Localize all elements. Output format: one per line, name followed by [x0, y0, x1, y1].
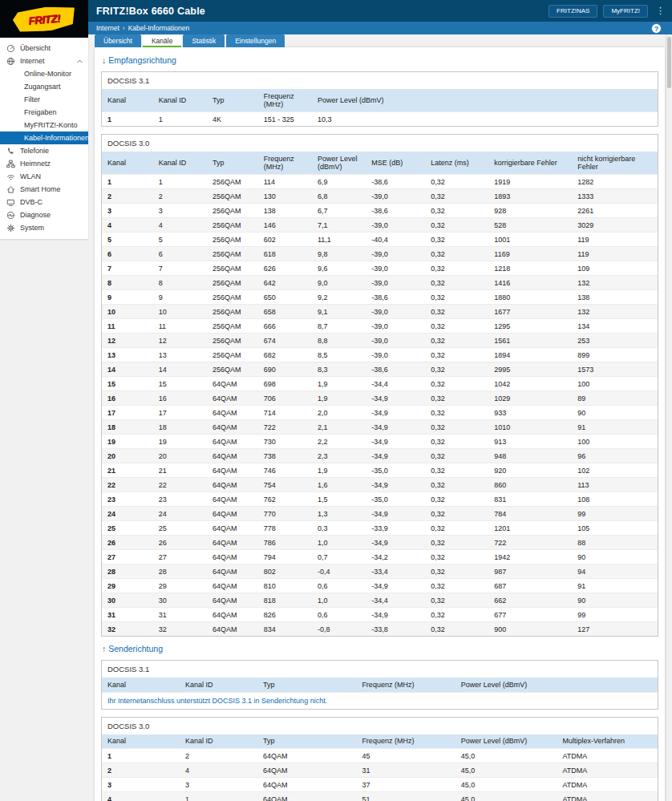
- kebab-menu-icon[interactable]: ⋮: [654, 6, 667, 15]
- table-cell: 10,3: [312, 112, 658, 127]
- table-row: 88256QAM6429,0-39,00,321416132: [102, 276, 658, 290]
- table-cell: 13: [102, 348, 153, 362]
- table-row: 191964QAM7302,2-34,90,32913100: [102, 435, 658, 449]
- breadcrumb-separator-icon: ›: [123, 24, 125, 32]
- table-cell: 1: [180, 792, 257, 801]
- sidebar-item-heimnetz[interactable]: Heimnetz: [0, 157, 88, 170]
- table-cell: 256QAM: [207, 305, 258, 319]
- sidebar-subitem-online-monitor[interactable]: Online-Monitor: [0, 67, 88, 80]
- table-cell: 64QAM: [207, 420, 258, 435]
- table-label: DOCSIS 3.1: [102, 72, 658, 89]
- sidebar-item-label: Telefonie: [20, 147, 49, 155]
- table-cell: 32: [153, 622, 207, 637]
- table-row: 171764QAM7142,0-34,90,3293390: [102, 406, 658, 420]
- table-cell: 0,32: [425, 550, 488, 564]
- scrollbar-thumb[interactable]: [667, 37, 671, 88]
- tab-einstellungen[interactable]: Einstellungen: [226, 34, 285, 47]
- sidebar-subitem-kabel-informationen[interactable]: Kabel-Informationen: [0, 131, 88, 144]
- table-cell: 37: [356, 778, 455, 792]
- table-cell: 9: [102, 290, 153, 305]
- sidebar-subitem-freigaben[interactable]: Freigaben: [0, 106, 88, 119]
- table-cell: 1: [102, 749, 180, 763]
- table-cell: 1282: [572, 175, 658, 189]
- globe-icon: [6, 57, 18, 66]
- sidebar-subitem-zugangsart[interactable]: Zugangsart: [0, 80, 88, 93]
- table-cell: 64QAM: [207, 478, 258, 492]
- table-cell: -0,8: [312, 622, 366, 637]
- column-header: korrigierbare Fehler: [488, 152, 572, 175]
- scrollbar[interactable]: [666, 34, 672, 801]
- fritz-logo[interactable]: FRITZ!: [0, 0, 88, 38]
- table-cell: 650: [258, 290, 312, 305]
- table-cell: 11: [102, 319, 153, 334]
- fritznas-link[interactable]: FRITZ!NAS: [549, 5, 597, 18]
- table-cell: -35,0: [366, 463, 425, 478]
- table-cell: 25: [102, 521, 153, 536]
- table-row: 242464QAM7701,3-34,90,3278499: [102, 507, 658, 521]
- tab-uebersicht[interactable]: Übersicht: [95, 34, 141, 47]
- table-cell: 5: [153, 233, 207, 247]
- table-cell: 10: [102, 305, 153, 319]
- myfritz-link[interactable]: MyFRITZ!: [603, 5, 648, 18]
- table-cell: 105: [572, 521, 658, 536]
- table-cell: 818: [258, 593, 312, 608]
- table-cell: 0,32: [425, 492, 488, 507]
- sidebar-item-wlan[interactable]: WLAN: [0, 170, 88, 183]
- table-cell: ATDMA: [557, 792, 658, 801]
- sidebar-subitem-filter[interactable]: Filter: [0, 93, 88, 106]
- table-cell: 113: [572, 478, 658, 492]
- table-cell: 1218: [488, 261, 572, 276]
- table-row: 272764QAM7940,7-34,20,32194290: [102, 550, 658, 564]
- sidebar-item-system[interactable]: System: [0, 221, 88, 234]
- table-cell: 114: [258, 175, 312, 189]
- table-cell: 11: [153, 319, 207, 334]
- table-cell: 64QAM: [207, 536, 258, 550]
- table-cell: 31: [153, 608, 207, 622]
- table-cell: 722: [258, 420, 312, 435]
- table-cell: 0,32: [425, 189, 488, 204]
- table-cell: 127: [572, 622, 658, 637]
- table-cell: 28: [153, 564, 207, 579]
- table-cell: 108: [572, 492, 658, 507]
- tab-kanaele[interactable]: Kanäle: [143, 34, 181, 47]
- content-card: ↓Empfangsrichtung DOCSIS 3.1 KanalKanal …: [95, 47, 665, 801]
- sidebar-item-internet[interactable]: Internet: [0, 55, 88, 67]
- table-cell: -34,9: [366, 478, 425, 492]
- sidebar-menu: ÜbersichtInternetOnline-MonitorZugangsar…: [0, 38, 88, 239]
- tab-statistik[interactable]: Statistik: [183, 34, 225, 47]
- table-cell: 256QAM: [207, 334, 258, 348]
- gear-icon: [6, 224, 18, 233]
- table-cell: 860: [488, 478, 572, 492]
- table-cell: -34,9: [366, 435, 425, 449]
- help-icon[interactable]: ?: [651, 23, 662, 34]
- table-cell: 13: [153, 348, 207, 362]
- table-cell: -34,9: [366, 608, 425, 622]
- table-cell: 948: [488, 449, 572, 463]
- table-cell: 256QAM: [207, 362, 258, 377]
- table-cell: 6,7: [312, 204, 366, 218]
- table-cell: 14: [102, 362, 153, 377]
- sidebar-item-smart-home[interactable]: Smart Home: [0, 183, 88, 196]
- sidebar-item-diagnose[interactable]: Diagnose: [0, 208, 88, 221]
- column-header: Typ: [207, 152, 258, 175]
- table-cell: 31: [356, 763, 455, 778]
- table-cell: 25: [153, 521, 207, 536]
- table-cell: 0,6: [312, 608, 366, 622]
- column-header: Power Level (dBmV): [455, 734, 557, 749]
- column-header: Latenz (ms): [425, 152, 488, 175]
- table-cell: 0,32: [425, 449, 488, 463]
- breadcrumb-section[interactable]: Internet: [96, 24, 119, 32]
- sidebar-item-uebersicht[interactable]: Übersicht: [0, 42, 88, 55]
- table-cell: 0,32: [425, 579, 488, 593]
- table-cell: ATDMA: [557, 749, 658, 763]
- sidebar-item-telefonie[interactable]: Telefonie: [0, 144, 88, 157]
- table-cell: 9,6: [312, 261, 366, 276]
- table-cell: 119: [572, 233, 658, 247]
- gauge-icon: [6, 44, 18, 53]
- wifi-icon: [6, 172, 18, 181]
- sidebar-item-dvb-c[interactable]: DVB-C: [0, 196, 88, 208]
- table-cell: 17: [153, 406, 207, 420]
- table-cell: -38,6: [366, 362, 425, 377]
- table-cell: 0,32: [425, 391, 488, 406]
- sidebar-subitem-myfritz-konto[interactable]: MyFRITZ!-Konto: [0, 119, 88, 131]
